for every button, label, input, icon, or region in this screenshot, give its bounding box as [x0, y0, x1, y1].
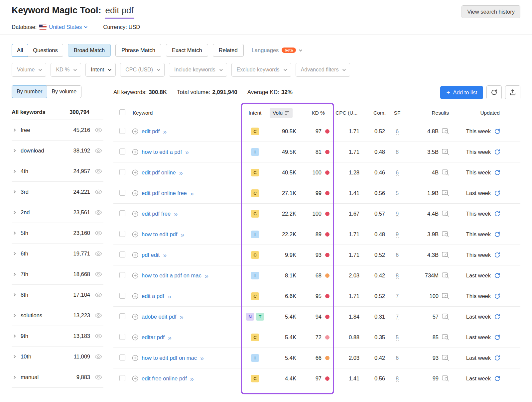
- keyword-link[interactable]: edit pdf free: [142, 211, 171, 217]
- column-intent[interactable]: Intent: [242, 110, 268, 116]
- double-chevron-icon[interactable]: »: [185, 149, 189, 155]
- eye-icon[interactable]: [95, 354, 103, 359]
- sf-link[interactable]: 9: [396, 231, 399, 238]
- sf-link[interactable]: 5: [396, 190, 399, 196]
- serp-viewer-icon[interactable]: [442, 272, 450, 279]
- sf-link[interactable]: 5: [396, 334, 399, 341]
- sf-link[interactable]: 6: [396, 169, 399, 176]
- add-keyword-icon[interactable]: [132, 314, 138, 320]
- sidebar-keyword-group[interactable]: 6th 19,771: [12, 244, 103, 264]
- keyword-link[interactable]: edit pdf: [142, 128, 160, 135]
- sf-link[interactable]: 8: [396, 149, 399, 155]
- sf-link[interactable]: 6: [396, 128, 399, 135]
- column-sf[interactable]: SF: [390, 110, 405, 116]
- serp-viewer-icon[interactable]: [442, 128, 450, 135]
- filter-dropdown[interactable]: Advanced filters: [296, 63, 350, 77]
- eye-icon[interactable]: [95, 292, 103, 297]
- add-keyword-icon[interactable]: [132, 334, 138, 341]
- filter-dropdown[interactable]: Volume: [12, 63, 46, 77]
- keyword-link[interactable]: how to edit a pdf: [142, 149, 182, 155]
- keyword-link[interactable]: edit pdf online free: [142, 190, 187, 196]
- row-checkbox[interactable]: [119, 272, 125, 278]
- refresh-icon[interactable]: [494, 211, 500, 217]
- eye-icon[interactable]: [95, 169, 103, 174]
- serp-viewer-icon[interactable]: [442, 355, 450, 361]
- column-volume-sorted[interactable]: Volu: [270, 108, 293, 118]
- add-keyword-icon[interactable]: [132, 375, 138, 382]
- column-results[interactable]: Results: [405, 110, 450, 116]
- view-search-history-button[interactable]: View search history: [462, 5, 520, 18]
- keyword-link[interactable]: editar pdf: [142, 334, 165, 341]
- languages-dropdown[interactable]: Languages beta: [252, 47, 302, 53]
- row-checkbox[interactable]: [119, 169, 125, 175]
- row-checkbox[interactable]: [119, 334, 125, 340]
- double-chevron-icon[interactable]: »: [200, 355, 204, 361]
- refresh-icon[interactable]: [494, 293, 500, 299]
- row-checkbox[interactable]: [119, 313, 125, 319]
- column-kd[interactable]: KD %: [302, 110, 335, 116]
- refresh-icon[interactable]: [494, 272, 500, 279]
- double-chevron-icon[interactable]: »: [174, 211, 178, 217]
- add-to-list-button[interactable]: + Add to list: [440, 86, 483, 99]
- sidebar-keyword-group[interactable]: download 38,192: [12, 141, 103, 161]
- serp-viewer-icon[interactable]: [442, 375, 450, 382]
- add-keyword-icon[interactable]: [132, 252, 138, 258]
- sf-link[interactable]: 6: [396, 252, 399, 258]
- filter-dropdown[interactable]: Include keywords: [169, 63, 227, 77]
- double-chevron-icon[interactable]: »: [163, 252, 167, 258]
- add-keyword-icon[interactable]: [132, 190, 138, 196]
- sort-by-volume[interactable]: By volume: [47, 86, 81, 98]
- double-chevron-icon[interactable]: »: [190, 375, 194, 382]
- sidebar-keyword-group[interactable]: 8th 17,104: [12, 285, 103, 305]
- database-selector[interactable]: United States: [39, 24, 86, 30]
- eye-icon[interactable]: [95, 210, 103, 215]
- sidebar-keyword-group[interactable]: 4th 24,957: [12, 161, 103, 182]
- keyword-link[interactable]: how to edit pdf: [142, 231, 177, 238]
- refresh-icon[interactable]: [494, 190, 500, 196]
- sf-link[interactable]: 6: [396, 355, 399, 361]
- refresh-icon[interactable]: [494, 375, 500, 382]
- serp-viewer-icon[interactable]: [442, 314, 450, 320]
- refresh-icon[interactable]: [494, 231, 500, 238]
- double-chevron-icon[interactable]: »: [190, 190, 194, 197]
- keyword-link[interactable]: edit pdf online: [142, 169, 176, 176]
- row-checkbox[interactable]: [119, 354, 125, 360]
- add-keyword-icon[interactable]: [132, 128, 138, 135]
- double-chevron-icon[interactable]: »: [179, 169, 183, 176]
- sf-link[interactable]: 9: [396, 211, 399, 217]
- sidebar-keyword-group[interactable]: free 45,216: [12, 120, 103, 141]
- refresh-table-button[interactable]: [486, 85, 502, 99]
- double-chevron-icon[interactable]: »: [168, 293, 171, 300]
- eye-icon[interactable]: [95, 231, 103, 236]
- sf-link[interactable]: 7: [396, 314, 399, 320]
- filter-dropdown[interactable]: Intent: [85, 63, 116, 77]
- column-com[interactable]: Com.: [365, 110, 390, 116]
- sf-link[interactable]: 8: [396, 272, 399, 279]
- serp-viewer-icon[interactable]: [442, 149, 450, 155]
- add-keyword-icon[interactable]: [132, 211, 138, 217]
- column-updated[interactable]: Updated: [450, 110, 520, 116]
- add-keyword-icon[interactable]: [132, 355, 138, 361]
- refresh-icon[interactable]: [494, 334, 500, 341]
- eye-icon[interactable]: [95, 334, 103, 339]
- select-all-checkbox[interactable]: [119, 109, 125, 115]
- refresh-icon[interactable]: [494, 314, 500, 320]
- tab-related[interactable]: Related: [213, 44, 244, 57]
- keyword-link[interactable]: how to edit a pdf on mac: [142, 272, 201, 279]
- tab-exact-match[interactable]: Exact Match: [166, 44, 208, 57]
- double-chevron-icon[interactable]: »: [163, 128, 167, 135]
- double-chevron-icon[interactable]: »: [181, 231, 184, 238]
- export-button[interactable]: [505, 85, 520, 99]
- row-checkbox[interactable]: [119, 149, 125, 154]
- filter-dropdown[interactable]: CPC (USD): [120, 63, 165, 77]
- filter-dropdown[interactable]: KD %: [51, 63, 81, 77]
- refresh-icon[interactable]: [494, 252, 500, 258]
- keyword-link[interactable]: pdf edit: [142, 252, 160, 258]
- row-checkbox[interactable]: [119, 375, 125, 381]
- eye-icon[interactable]: [95, 375, 103, 380]
- serp-viewer-icon[interactable]: [442, 293, 450, 299]
- serp-viewer-icon[interactable]: [442, 231, 450, 238]
- sidebar-keyword-group[interactable]: 10th 11,009: [12, 347, 103, 367]
- tab-questions[interactable]: Questions: [28, 44, 63, 56]
- eye-icon[interactable]: [95, 251, 103, 256]
